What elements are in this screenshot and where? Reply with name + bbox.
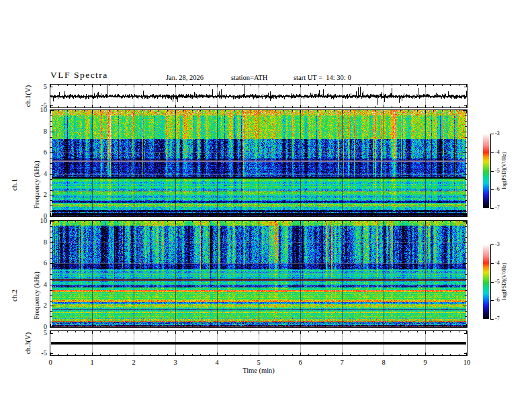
- x-tick-label: 2: [124, 359, 144, 367]
- header-date: Jan. 28, 2026: [166, 74, 204, 82]
- y-tick-label: 8: [32, 238, 47, 246]
- ch1-spectrogram-panel: [50, 109, 468, 217]
- colorbar-ch1-label: log(PSD)(V²/Hz): [501, 144, 508, 197]
- colorbar-tick: [490, 300, 494, 301]
- colorbar-ch1: [483, 134, 489, 208]
- ch2-frequency-axis-label-line1: ch.2: [11, 259, 18, 332]
- colorbar-tick: [490, 244, 494, 245]
- x-tick-label: 7: [332, 359, 352, 367]
- y-tick-label: 2: [32, 302, 47, 310]
- x-tick-label: 1: [82, 359, 102, 367]
- colorbar-tick-label: -6: [495, 297, 500, 304]
- ch1-frequency-axis-label-line1: ch.1: [11, 148, 18, 222]
- y-tick-label: 6: [32, 148, 47, 156]
- colorbar-tick-label: -6: [495, 186, 500, 193]
- colorbar-tick-label: -7: [495, 205, 500, 212]
- colorbar-tick: [490, 319, 494, 320]
- colorbar-tick: [490, 152, 494, 153]
- x-tick-label: 5: [249, 359, 269, 367]
- colorbar-tick: [490, 282, 494, 283]
- colorbar-tick-label: -5: [495, 279, 500, 285]
- ch2-spectrogram-canvas: [50, 221, 467, 327]
- x-tick-label: 8: [373, 359, 394, 367]
- ch1-frequency-axis-label-line2: Frequency (kHz): [33, 148, 40, 222]
- colorbar-tick: [490, 189, 494, 190]
- y-tick-label: -5: [32, 101, 47, 109]
- y-tick-label: 5: [32, 329, 47, 337]
- y-tick-label: 10: [32, 217, 47, 225]
- ch1-frequency-axis-label: ch.1 Frequency (kHz): [0, 148, 55, 222]
- header-station: station=ATH: [231, 74, 267, 82]
- colorbar-tick: [490, 171, 494, 172]
- ch3-waveform-panel: [50, 330, 468, 356]
- y-tick-label: 2: [32, 191, 47, 199]
- ch1-waveform-canvas: [50, 85, 467, 107]
- ch1-voltage-axis-label: ch.1(V): [24, 76, 32, 116]
- y-tick-label: -5: [32, 349, 47, 357]
- x-tick-label: 3: [165, 359, 185, 367]
- colorbar-tick: [490, 134, 494, 134]
- x-axis-title: Time (min): [218, 367, 299, 375]
- y-tick-label: 4: [32, 170, 47, 178]
- ch2-spectrogram-panel: [50, 220, 468, 328]
- ch2-frequency-axis-label-line2: Frequency (kHz): [33, 259, 40, 332]
- colorbar-ch2-label: log(PSD)(V²/Hz): [501, 255, 508, 308]
- y-tick-label: 4: [32, 281, 47, 289]
- colorbar-tick-label: -5: [495, 168, 500, 175]
- colorbar-tick: [490, 263, 494, 264]
- x-tick-label: 4: [207, 359, 227, 367]
- figure-title: VLF Spectra: [50, 71, 108, 79]
- colorbar-tick-label: -3: [495, 241, 500, 248]
- colorbar-tick-label: -3: [495, 130, 500, 137]
- x-tick-label: 0: [40, 359, 60, 367]
- ch3-voltage-axis-label: ch.3(V): [24, 323, 32, 363]
- header-start-ut: start UT = 14: 30: 0: [294, 74, 351, 82]
- ch1-spectrogram-canvas: [50, 110, 467, 216]
- ch1-waveform-panel: [50, 84, 468, 108]
- y-tick-label: 6: [32, 259, 47, 267]
- x-tick-label: 9: [415, 359, 435, 367]
- colorbar-tick-label: -4: [495, 149, 500, 156]
- y-tick-label: 5: [32, 83, 47, 91]
- x-tick-label: 10: [457, 359, 477, 367]
- colorbar-tick-label: -7: [495, 316, 500, 322]
- vlf-spectra-figure: VLF Spectra Jan. 28, 2026 station=ATH st…: [0, 0, 532, 411]
- colorbar-ch2: [483, 244, 489, 319]
- colorbar-tick-label: -4: [495, 260, 500, 267]
- ch3-waveform-canvas: [50, 331, 467, 355]
- x-tick-label: 6: [290, 359, 310, 367]
- colorbar-tick: [490, 208, 494, 209]
- y-tick-label: 8: [32, 128, 47, 136]
- ch2-frequency-axis-label: ch.2 Frequency (kHz): [0, 259, 55, 332]
